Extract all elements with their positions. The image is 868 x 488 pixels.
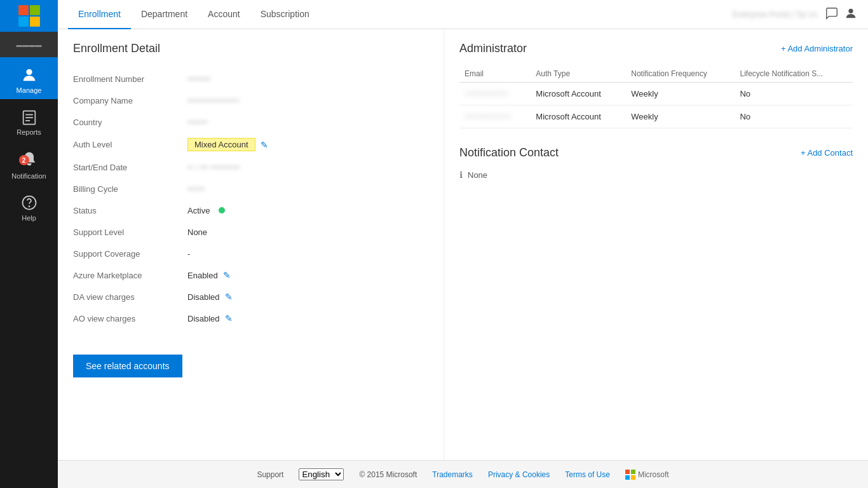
ao-view-charges-edit-icon[interactable]: ✎ xyxy=(225,313,233,323)
tab-account[interactable]: Account xyxy=(198,0,250,29)
see-related-accounts-button[interactable]: See related accounts xyxy=(73,355,182,377)
notification-contact-title: Notification Contact xyxy=(459,146,559,159)
notification-contact-section: Notification Contact + Add Contact ℹ Non… xyxy=(459,146,853,180)
admin-row1-email: ••••••••••••••• xyxy=(459,83,531,105)
administrator-title: Administrator xyxy=(459,42,527,55)
svg-point-11 xyxy=(848,9,853,13)
enrollment-detail-title: Enrollment Detail xyxy=(73,42,428,55)
value-ao-view-charges: Disabled ✎ xyxy=(187,313,428,323)
col-notification-frequency: Notification Frequency xyxy=(626,65,735,83)
value-da-view-charges: Disabled ✎ xyxy=(187,292,428,302)
label-support-coverage: Support Coverage xyxy=(73,249,187,259)
svg-rect-2 xyxy=(18,17,29,27)
language-select[interactable]: English French German Spanish xyxy=(299,468,344,480)
reports-icon xyxy=(20,108,38,126)
sidebar-item-reports[interactable]: Reports xyxy=(0,99,58,141)
label-ao-view-charges: AO view charges xyxy=(73,314,187,323)
admin-row1-lifecycle: No xyxy=(735,83,853,105)
label-support-level: Support Level xyxy=(73,227,187,237)
footer: Support English French German Spanish © … xyxy=(58,460,868,488)
notification-contact-value: None xyxy=(468,170,487,180)
svg-rect-13 xyxy=(631,470,635,474)
azure-marketplace-edit-icon[interactable]: ✎ xyxy=(223,270,231,280)
detail-row-ao-view-charges: AO view charges Disabled ✎ xyxy=(73,308,428,329)
detail-row-status: Status Active xyxy=(73,200,428,221)
label-azure-marketplace: Azure Marketplace xyxy=(73,271,187,280)
tab-subscription[interactable]: Subscription xyxy=(250,0,320,29)
detail-row-country: Country ••••••• xyxy=(73,111,428,133)
table-row: ••••••••••••••• Microsoft Account Weekly… xyxy=(459,83,853,105)
value-start-end-date: •• / ••• •••••••••• xyxy=(187,163,428,172)
svg-rect-3 xyxy=(30,17,40,27)
status-dot xyxy=(219,207,225,214)
sidebar-item-help-label: Help xyxy=(22,214,36,222)
value-azure-marketplace: Enabled ✎ xyxy=(187,270,428,280)
admin-row1-notification-freq: Weekly xyxy=(626,83,735,105)
svg-rect-12 xyxy=(625,470,630,474)
table-row: •••••••••••••••• Microsoft Account Weekl… xyxy=(459,105,853,128)
sidebar-item-manage-label: Manage xyxy=(17,86,42,94)
sidebar-logo[interactable] xyxy=(0,0,58,32)
nav-tabs: Enrollment Department Account Subscripti… xyxy=(68,0,733,29)
chat-icon[interactable] xyxy=(825,6,839,22)
sidebar-item-help[interactable]: Help xyxy=(0,185,58,227)
value-country: ••••••• xyxy=(187,118,428,127)
svg-rect-0 xyxy=(18,5,29,15)
col-lifecycle-notification: Lifecycle Notification S... xyxy=(735,65,853,83)
footer-privacy-link[interactable]: Privacy & Cookies xyxy=(488,470,550,479)
top-navigation: Enrollment Department Account Subscripti… xyxy=(58,0,868,29)
tab-enrollment[interactable]: Enrollment xyxy=(68,0,131,29)
auth-level-edit-icon[interactable]: ✎ xyxy=(261,140,268,150)
administrator-table: Email Auth Type Notification Frequency L… xyxy=(459,65,853,128)
add-contact-link[interactable]: + Add Contact xyxy=(801,148,853,158)
administrator-table-header: Email Auth Type Notification Frequency L… xyxy=(459,65,853,83)
main-content: Enrollment Department Account Subscripti… xyxy=(58,0,868,488)
sidebar-item-notification-label: Notification xyxy=(11,172,46,180)
microsoft-text: Microsoft xyxy=(638,470,669,479)
admin-row2-notification-freq: Weekly xyxy=(626,105,735,128)
info-icon: ℹ xyxy=(459,170,463,180)
detail-row-azure-marketplace: Azure Marketplace Enabled ✎ xyxy=(73,264,428,286)
value-status: Active xyxy=(187,206,428,215)
label-enrollment-number: Enrollment Number xyxy=(73,74,187,84)
sidebar-item-manage[interactable]: Manage xyxy=(0,57,58,99)
content-area: Enrollment Detail Enrollment Number ••••… xyxy=(58,29,868,460)
label-start-end-date: Start/End Date xyxy=(73,163,187,172)
svg-point-4 xyxy=(26,69,32,75)
topnav-right: Enterprise Portal | Tip Us xyxy=(733,6,858,22)
tab-department[interactable]: Department xyxy=(131,0,198,29)
footer-trademarks-link[interactable]: Trademarks xyxy=(432,470,473,479)
add-administrator-link[interactable]: + Add Administrator xyxy=(781,44,853,53)
detail-row-start-end-date: Start/End Date •• / ••• •••••••••• xyxy=(73,156,428,178)
sidebar: ▬▬▬▬ Manage Reports 2 Notification xyxy=(0,0,58,488)
footer-support-label: Support xyxy=(257,470,283,479)
notification-contact-header: Notification Contact + Add Contact xyxy=(459,146,853,159)
footer-copyright: © 2015 Microsoft xyxy=(359,470,417,479)
detail-row-support-coverage: Support Coverage - xyxy=(73,243,428,264)
admin-row2-email: •••••••••••••••• xyxy=(459,105,531,128)
value-billing-cycle: •••••• xyxy=(187,184,428,194)
sidebar-user-label: ▬▬▬▬ xyxy=(0,32,58,57)
ao-view-charges-value: Disabled xyxy=(187,314,220,323)
footer-terms-link[interactable]: Terms of Use xyxy=(565,470,610,479)
administrator-table-body: ••••••••••••••• Microsoft Account Weekly… xyxy=(459,83,853,128)
windows-logo-icon xyxy=(18,4,41,27)
breadcrumb: Enterprise Portal | Tip Us xyxy=(733,10,817,19)
user-account-icon[interactable] xyxy=(844,6,858,22)
da-view-charges-edit-icon[interactable]: ✎ xyxy=(225,292,233,302)
manage-icon xyxy=(20,66,38,84)
label-billing-cycle: Billing Cycle xyxy=(73,184,187,194)
sidebar-item-notification[interactable]: 2 Notification xyxy=(0,141,58,185)
value-enrollment-number: •••••••• xyxy=(187,74,428,84)
detail-row-support-level: Support Level None xyxy=(73,221,428,243)
notification-badge: 2 xyxy=(19,155,29,165)
detail-row-billing-cycle: Billing Cycle •••••• xyxy=(73,178,428,200)
footer-language-selector[interactable]: English French German Spanish xyxy=(299,468,344,480)
detail-row-auth-level: Auth Level Mixed Account ✎ xyxy=(73,133,428,156)
col-auth-type: Auth Type xyxy=(531,65,626,83)
admin-row2-auth-type: Microsoft Account xyxy=(531,105,626,128)
topnav-icons xyxy=(825,6,858,22)
microsoft-logo-footer: Microsoft xyxy=(625,470,669,480)
help-icon xyxy=(20,194,38,212)
sidebar-item-reports-label: Reports xyxy=(17,128,41,136)
